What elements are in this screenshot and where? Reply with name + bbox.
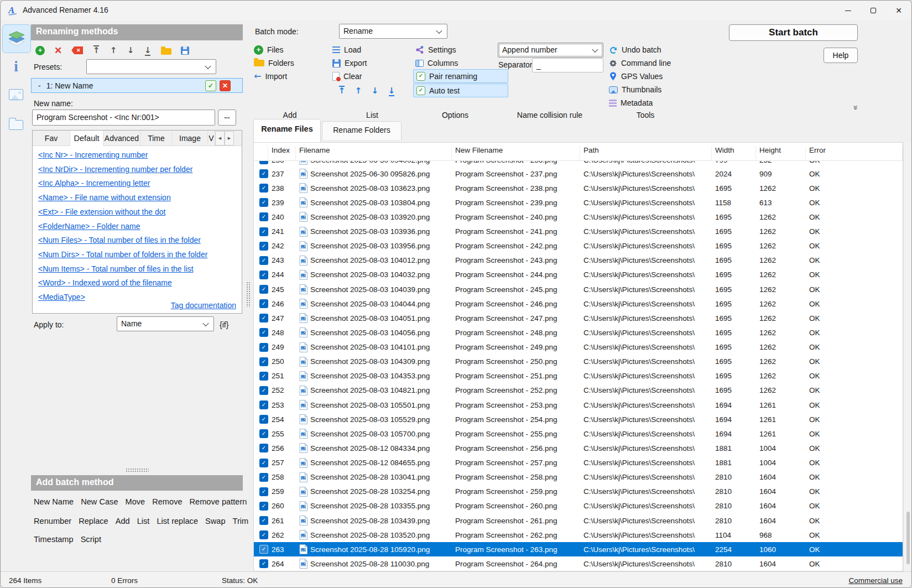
table-row[interactable]: ✓253Screenshot 2025-08-03 105501.pngProg… <box>254 398 903 412</box>
row-checkbox[interactable]: ✓ <box>259 169 268 178</box>
method-collapse-toggle[interactable]: - <box>38 81 41 90</box>
table-row[interactable]: ✓241Screenshot 2025-08-03 103936.pngProg… <box>254 225 903 239</box>
presets-combo[interactable] <box>86 59 216 74</box>
row-checkbox[interactable]: ✓ <box>259 343 268 352</box>
tag-tab-advanced[interactable]: Advanced <box>103 131 140 146</box>
row-checkbox[interactable]: ✓ <box>259 444 268 452</box>
method-enabled-checkbox[interactable]: ✓ <box>205 80 216 91</box>
open-preset-icon[interactable] <box>161 48 171 55</box>
table-row[interactable]: ✓256Screenshot 2025-08-12 084334.pngProg… <box>254 441 903 455</box>
tag-documentation-link[interactable]: Tag documentation <box>171 301 236 310</box>
method-item-new-name[interactable]: - 1: New Name ✓ ✕ <box>31 78 243 93</box>
row-checkbox[interactable]: ✓ <box>259 161 268 164</box>
vertical-splitter-grip[interactable] <box>246 282 251 307</box>
table-row[interactable]: ✓258Screenshot 2025-08-28 103041.pngProg… <box>254 470 903 485</box>
column-header-error[interactable]: Error <box>806 146 903 160</box>
apply-to-combo[interactable]: Name <box>117 316 214 331</box>
vertical-scrollbar[interactable] <box>903 142 912 571</box>
thumbnails-button[interactable]: Thumbnails <box>609 84 661 96</box>
auto-test-toggle[interactable]: ✓Auto test <box>413 84 508 97</box>
row-checkbox[interactable]: ✓ <box>259 429 268 438</box>
table-row[interactable]: ✓259Screenshot 2025-08-28 103254.pngProg… <box>254 485 903 499</box>
column-header-new-filename[interactable]: New Filename <box>452 146 580 160</box>
move-row-down-icon[interactable]: ↓ <box>371 86 379 96</box>
sidebar-item-info[interactable]: i <box>1 59 32 74</box>
row-checkbox[interactable]: ✓ <box>259 198 268 207</box>
batch-method-swap[interactable]: Swap <box>205 517 226 525</box>
batch-method-timestamp[interactable]: Timestamp <box>34 535 74 544</box>
tag-link[interactable]: <Inc Alpha> - Incrementing letter <box>38 176 237 191</box>
row-checkbox[interactable]: ✓ <box>259 357 268 366</box>
separator-input[interactable]: _ <box>532 58 603 72</box>
metadata-button[interactable]: Metadata <box>609 97 653 109</box>
table-row[interactable]: ✓264Screenshot 2025-08-28 110030.pngProg… <box>254 556 903 571</box>
add-method-icon[interactable]: + <box>35 46 45 55</box>
table-row[interactable]: ✓248Screenshot 2025-08-03 104056.pngProg… <box>254 325 903 340</box>
export-list-button[interactable]: Export <box>332 57 367 69</box>
sidebar-item-methods[interactable] <box>2 24 31 53</box>
row-checkbox[interactable]: ✓ <box>259 415 268 424</box>
batch-method-script[interactable]: Script <box>81 535 101 544</box>
batch-method-trim[interactable]: Trim <box>233 517 249 525</box>
batch-method-add[interactable]: Add <box>116 517 130 525</box>
method-delete-button[interactable]: ✕ <box>220 80 231 91</box>
table-row[interactable]: ✓245Screenshot 2025-08-03 104039.pngProg… <box>254 282 903 296</box>
minimize-button[interactable] <box>835 1 861 20</box>
add-files-button[interactable]: +Files <box>254 44 284 56</box>
table-row[interactable]: ✓260Screenshot 2025-08-28 103355.pngProg… <box>254 499 903 513</box>
table-row[interactable]: ✓249Screenshot 2025-08-03 104101.pngProg… <box>254 340 903 355</box>
commercial-use-link[interactable]: Commercial use <box>848 576 903 585</box>
clear-list-button[interactable]: Clear <box>332 70 362 82</box>
collision-rule-combo[interactable]: Append number <box>498 43 603 58</box>
sidebar-item-images[interactable] <box>1 89 32 100</box>
tag-link[interactable]: <Num Dirs> - Total number of folders in … <box>38 248 237 262</box>
row-checkbox[interactable]: ✓ <box>259 299 268 308</box>
table-row[interactable]: ✓244Screenshot 2025-08-03 104032.pngProg… <box>254 268 903 282</box>
batch-method-renumber[interactable]: Renumber <box>34 517 71 525</box>
start-batch-button[interactable]: Start batch <box>729 24 858 41</box>
table-row[interactable]: ✓238Screenshot 2025-08-03 103623.pngProg… <box>254 181 903 195</box>
settings-button[interactable]: Settings <box>415 44 456 56</box>
column-header-index[interactable]: Index <box>268 146 296 160</box>
help-button[interactable]: Help <box>824 48 858 63</box>
table-header[interactable]: IndexFilenameNew FilenamePathWidthHeight… <box>254 143 903 161</box>
move-row-top-icon[interactable]: ↑ <box>338 86 346 96</box>
table-row[interactable]: ✓250Screenshot 2025-08-03 104309.pngProg… <box>254 355 903 369</box>
row-checkbox[interactable]: ✓ <box>259 545 268 554</box>
pair-renaming-checkbox[interactable]: ✓ <box>416 72 425 81</box>
tag-link[interactable]: <Name> - File name without extension <box>38 191 237 205</box>
tag-tab-fav[interactable]: Fav <box>33 131 70 146</box>
move-method-bottom-icon[interactable]: ↓ <box>144 45 152 56</box>
tab-scroll-left-icon[interactable]: ◀ <box>215 131 225 145</box>
close-button[interactable]: ✕ <box>886 1 911 20</box>
table-row-partial[interactable]: ✓236Screenshot 2025-06-30 094002.pngProg… <box>254 161 903 166</box>
move-method-up-icon[interactable]: ↑ <box>110 45 117 56</box>
batch-method-new-name[interactable]: New Name <box>34 497 74 506</box>
table-row[interactable]: ✓239Screenshot 2025-08-03 103804.pngProg… <box>254 195 903 210</box>
table-row[interactable]: ✓262Screenshot 2025-08-28 103520.pngProg… <box>254 528 903 542</box>
column-header-height[interactable]: Height <box>756 146 806 160</box>
row-checkbox[interactable]: ✓ <box>259 227 268 236</box>
delete-method-icon[interactable]: ✕ <box>54 46 62 55</box>
tag-link[interactable]: <Inc Nr> - Incrementing number <box>38 148 237 163</box>
scrollbar-thumb[interactable] <box>906 512 910 564</box>
row-checkbox[interactable]: ✓ <box>259 487 268 496</box>
table-row[interactable]: ✓261Screenshot 2025-08-28 103439.pngProg… <box>254 513 903 528</box>
table-row[interactable]: ✓257Screenshot 2025-08-12 084655.pngProg… <box>254 456 903 470</box>
table-row[interactable]: ✓243Screenshot 2025-08-03 104012.pngProg… <box>254 253 903 268</box>
row-checkbox[interactable]: ✓ <box>259 285 268 294</box>
column-header-checkbox[interactable] <box>254 146 268 160</box>
table-row[interactable]: ✓254Screenshot 2025-08-03 105529.pngProg… <box>254 412 903 426</box>
row-checkbox[interactable]: ✓ <box>259 530 268 539</box>
row-checkbox[interactable]: ✓ <box>259 400 268 409</box>
row-checkbox[interactable]: ✓ <box>259 502 268 511</box>
load-list-button[interactable]: Load <box>332 44 361 56</box>
tab-rename-files[interactable]: Rename Files <box>253 119 321 142</box>
command-line-button[interactable]: Command line <box>609 57 671 69</box>
title-bar[interactable]: A Advanced Renamer 4.16 ✕ <box>1 1 911 20</box>
batch-method-list[interactable]: List <box>137 517 150 525</box>
save-preset-icon[interactable] <box>181 46 189 55</box>
sidebar-item-folders[interactable] <box>1 120 32 130</box>
collapse-toolbar-icon[interactable]: » <box>851 105 859 111</box>
tag-link[interactable]: <Word> - Indexed word of the filename <box>38 276 237 290</box>
